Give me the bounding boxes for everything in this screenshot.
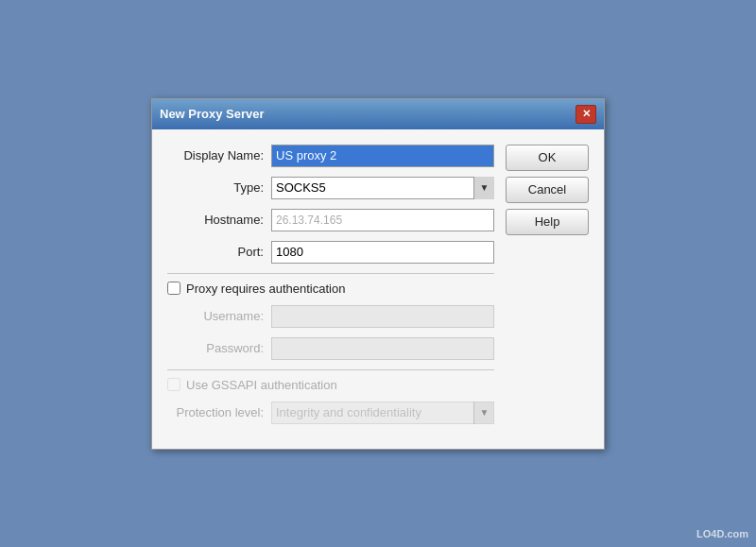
port-label: Port: (167, 245, 271, 259)
display-name-label: Display Name: (167, 148, 271, 162)
hostname-input[interactable] (271, 209, 494, 231)
type-label: Type: (167, 180, 271, 195)
protection-level-row: Protection level: Integrity and confiden… (167, 402, 494, 424)
display-name-input[interactable] (271, 145, 494, 167)
protection-select-wrapper: Integrity and confidentiality Integrity … (271, 402, 494, 424)
title-bar: New Proxy Server ✕ (152, 99, 604, 129)
password-input[interactable] (271, 337, 494, 360)
hostname-label: Hostname: (167, 213, 271, 227)
username-input[interactable] (271, 305, 494, 328)
buttons-column: OK Cancel Help (506, 145, 589, 434)
port-input[interactable] (271, 241, 494, 264)
username-row: Username: (167, 305, 494, 328)
gssapi-checkbox-row: Use GSSAPI authentication (167, 378, 494, 392)
auth-checkbox-label[interactable]: Proxy requires authentication (186, 282, 345, 296)
hostname-row: Hostname: (167, 209, 494, 231)
form-section: Display Name: Type: SOCKS5 SOCKS4 HTTP H… (167, 145, 589, 434)
close-button[interactable]: ✕ (576, 105, 596, 124)
ok-button[interactable]: OK (506, 145, 589, 171)
protection-select[interactable]: Integrity and confidentiality Integrity … (271, 402, 494, 424)
gssapi-checkbox[interactable] (167, 378, 180, 391)
protection-level-label: Protection level: (167, 405, 271, 419)
new-proxy-server-dialog: New Proxy Server ✕ Display Name: Type: S… (151, 98, 605, 450)
separator-2 (167, 369, 494, 370)
cancel-button[interactable]: Cancel (506, 177, 589, 203)
form-fields: Display Name: Type: SOCKS5 SOCKS4 HTTP H… (167, 145, 494, 434)
gssapi-checkbox-label[interactable]: Use GSSAPI authentication (186, 378, 337, 392)
auth-checkbox-row: Proxy requires authentication (167, 282, 494, 296)
type-select[interactable]: SOCKS5 SOCKS4 HTTP HTTPS (271, 177, 494, 199)
type-row: Type: SOCKS5 SOCKS4 HTTP HTTPS ▼ (167, 177, 494, 199)
type-select-wrapper: SOCKS5 SOCKS4 HTTP HTTPS ▼ (271, 177, 494, 199)
watermark: LO4D.com (696, 528, 748, 539)
help-button[interactable]: Help (506, 209, 589, 235)
display-name-row: Display Name: (167, 145, 494, 167)
window-title: New Proxy Server (160, 107, 265, 121)
username-label: Username: (167, 309, 271, 323)
port-row: Port: (167, 241, 494, 264)
password-label: Password: (167, 341, 271, 355)
separator-1 (167, 273, 494, 274)
password-row: Password: (167, 337, 494, 360)
auth-checkbox[interactable] (167, 282, 180, 295)
dialog-content: Display Name: Type: SOCKS5 SOCKS4 HTTP H… (152, 129, 604, 449)
